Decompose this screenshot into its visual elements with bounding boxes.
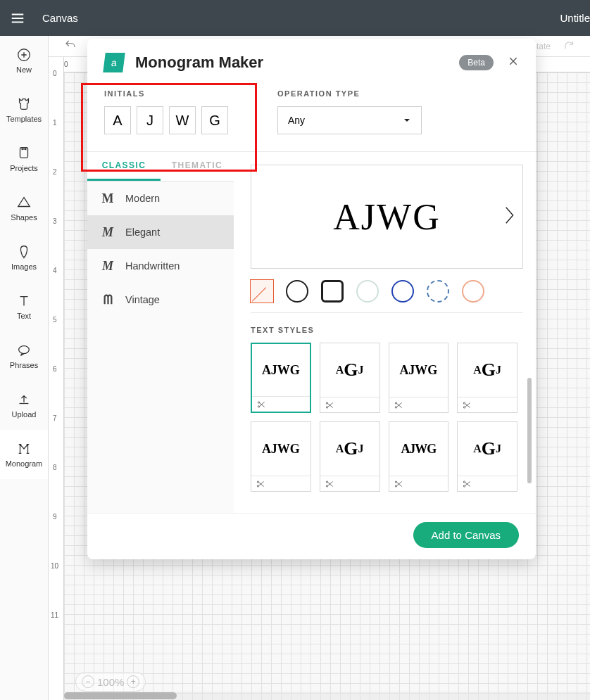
tab-classic[interactable]: CLASSIC (87, 152, 161, 181)
sidebar-item-upload[interactable]: Upload (0, 381, 48, 430)
text-style-option[interactable]: AJWG (389, 421, 449, 492)
text-styles-label: TEXT STYLES (251, 326, 523, 334)
sidebar-item-monogram[interactable]: Monogram (0, 430, 48, 479)
initial-input-4[interactable] (201, 106, 228, 134)
elegant-icon: M (100, 225, 115, 239)
svg-point-8 (395, 406, 396, 407)
category-label: Modern (125, 193, 160, 204)
sidebar-item-images[interactable]: Images (0, 233, 48, 282)
sidebar-item-text[interactable]: Text (0, 282, 48, 331)
style-column: CLASSIC THEMATIC M Modern M Elegant M Ha… (87, 152, 234, 513)
sidebar-item-shapes[interactable]: Shapes (0, 184, 48, 233)
category-handwritten[interactable]: M Handwritten (87, 249, 234, 283)
sidebar-item-new[interactable]: New (0, 36, 48, 85)
svg-point-13 (326, 481, 327, 482)
sidebar-label: Phrases (10, 361, 38, 369)
text-style-option[interactable]: AGJ (457, 421, 517, 492)
initial-input-3[interactable] (169, 106, 196, 134)
text-style-option[interactable]: AJWG (251, 421, 311, 492)
text-style-option[interactable]: AGJ (320, 343, 380, 413)
initials-section: INITIALS (104, 89, 228, 134)
sidebar-label: Monogram (6, 459, 43, 468)
category-label: Handwritten (125, 260, 180, 272)
sidebar-item-projects[interactable]: Projects (0, 134, 48, 184)
horizontal-scrollbar[interactable] (64, 692, 590, 700)
scissors-icon (394, 479, 403, 489)
svg-point-3 (258, 401, 259, 402)
undo-button[interactable] (64, 39, 77, 53)
sidebar-label: Upload (12, 410, 37, 419)
menu-icon[interactable] (0, 1, 35, 36)
text-style-option[interactable]: AGJ (457, 343, 517, 413)
page-title: Canvas (42, 12, 78, 24)
sidebar-label: Text (17, 312, 31, 320)
text-style-option[interactable]: AJWG (389, 343, 449, 413)
chevron-down-icon (403, 116, 411, 125)
zoom-in-button[interactable]: + (127, 675, 139, 688)
category-label: Elegant (125, 227, 160, 238)
file-name[interactable]: Untitle (560, 12, 590, 24)
scissors-icon (325, 479, 334, 489)
sidebar-item-templates[interactable]: Templates (0, 85, 48, 134)
sidebar-item-phrases[interactable]: Phrases (0, 331, 48, 381)
shape-sketch-circle[interactable] (427, 280, 449, 303)
svg-point-17 (464, 481, 465, 482)
category-vintage[interactable]: ᗰ Vintage (87, 283, 234, 317)
category-modern[interactable]: M Modern (87, 182, 234, 215)
add-to-canvas-button[interactable]: Add to Canvas (413, 522, 519, 548)
app-logo-icon: a (103, 53, 125, 72)
shape-row (251, 269, 523, 313)
operation-value: Any (288, 115, 305, 126)
shape-light-circle[interactable] (356, 280, 379, 303)
preview-column: AJWG TEXT STYLES AJWG (234, 152, 536, 513)
scissors-icon (256, 400, 266, 409)
svg-point-4 (258, 405, 259, 407)
svg-point-7 (395, 402, 396, 403)
zoom-out-button[interactable]: − (82, 675, 94, 688)
zoom-value: 100% (97, 676, 124, 688)
scissors-icon (462, 400, 472, 410)
sidebar-label: New (16, 65, 32, 74)
next-preview-button[interactable] (503, 205, 515, 228)
beta-badge: Beta (459, 55, 494, 70)
shape-peach-circle[interactable] (462, 280, 484, 303)
svg-point-5 (326, 402, 327, 403)
scissors-icon (462, 479, 472, 489)
vintage-icon: ᗰ (100, 293, 115, 307)
sidebar-label: Projects (10, 164, 38, 172)
topbar: Canvas Untitle (0, 0, 590, 36)
svg-point-14 (326, 485, 327, 486)
initial-input-1[interactable] (104, 106, 131, 134)
svg-point-15 (395, 481, 396, 482)
shape-rounded-square[interactable] (321, 280, 344, 303)
tab-thematic[interactable]: THEMATIC (161, 152, 234, 181)
operation-select[interactable]: Any (277, 106, 422, 134)
shape-circle[interactable] (286, 280, 308, 303)
initials-label: INITIALS (104, 89, 228, 98)
text-styles-grid: AJWG AGJ AJWG AGJ AJWG (251, 343, 523, 492)
svg-point-9 (464, 402, 465, 403)
operation-section: OPERATION TYPE Any (277, 89, 422, 134)
text-style-option[interactable]: AJWG (251, 343, 311, 413)
vertical-ruler: 0 1 2 3 4 5 6 7 8 9 10 11 (49, 57, 64, 700)
sidebar-label: Shapes (11, 213, 37, 222)
svg-point-12 (257, 485, 258, 486)
monogram-preview: AJWG (251, 165, 523, 269)
category-elegant[interactable]: M Elegant (87, 215, 234, 249)
handwritten-icon: M (100, 259, 115, 273)
initial-input-2[interactable] (137, 106, 163, 134)
shape-none[interactable] (251, 280, 273, 303)
styles-scrollbar[interactable] (527, 378, 532, 483)
refresh-icon[interactable] (563, 39, 575, 53)
scissors-icon (325, 400, 334, 410)
shape-blue-circle[interactable] (391, 280, 414, 303)
sidebar: New Templates Projects Shapes Images Tex… (0, 36, 49, 700)
svg-point-18 (464, 485, 465, 486)
close-button[interactable] (508, 56, 519, 70)
category-label: Vintage (125, 294, 160, 305)
scissors-icon (394, 400, 403, 410)
sidebar-label: Templates (6, 115, 42, 123)
svg-point-10 (464, 406, 465, 407)
svg-point-11 (257, 481, 258, 482)
text-style-option[interactable]: AGJ (320, 421, 380, 492)
